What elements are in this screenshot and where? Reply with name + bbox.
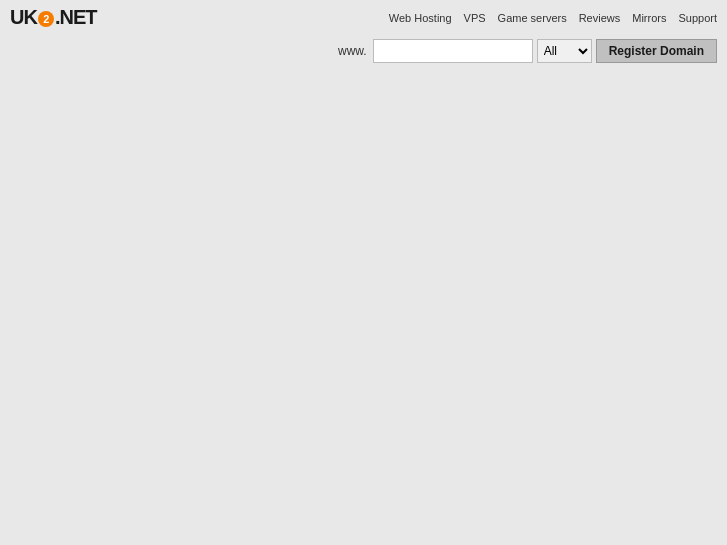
logo-circle [38, 11, 54, 27]
nav-link-game-servers[interactable]: Game servers [498, 12, 567, 24]
nav-link-reviews[interactable]: Reviews [579, 12, 621, 24]
nav-link-web-hosting[interactable]: Web Hosting [389, 12, 452, 24]
domain-search-bar: www. All .com .net .org .co.uk Register … [0, 33, 727, 69]
www-label: www. [338, 44, 367, 58]
header: UK.NET Web Hosting VPS Game servers Revi… [0, 0, 727, 33]
tld-select[interactable]: All .com .net .org .co.uk [537, 39, 592, 63]
domain-input[interactable] [373, 39, 533, 63]
logo-net: .NET [55, 6, 97, 28]
nav-link-vps[interactable]: VPS [464, 12, 486, 24]
logo-uk: UK [10, 6, 37, 28]
nav-link-mirrors[interactable]: Mirrors [632, 12, 666, 24]
logo[interactable]: UK.NET [10, 6, 96, 29]
main-content [0, 69, 727, 89]
nav: Web Hosting VPS Game servers Reviews Mir… [389, 12, 717, 24]
logo-text: UK.NET [10, 6, 96, 29]
nav-link-support[interactable]: Support [678, 12, 717, 24]
register-domain-button[interactable]: Register Domain [596, 39, 717, 63]
